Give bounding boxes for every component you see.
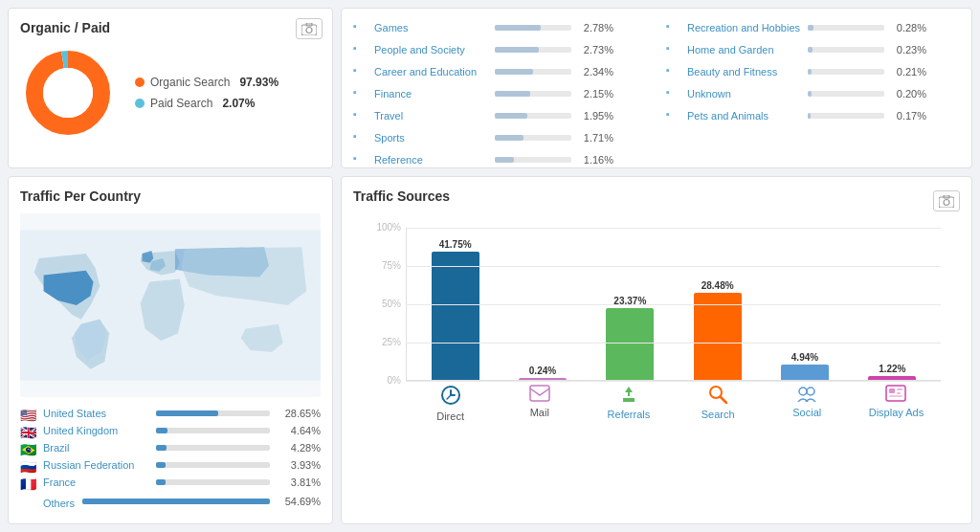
svg-rect-20 bbox=[889, 395, 902, 397]
country-item: 🇫🇷 France 3.81% bbox=[20, 474, 321, 491]
category-name[interactable]: Unknown bbox=[687, 88, 802, 100]
country-value: 4.64% bbox=[278, 425, 321, 436]
country-name[interactable]: Brazil bbox=[43, 442, 148, 454]
category-icon: ▪ bbox=[353, 20, 368, 35]
category-name[interactable]: Sports bbox=[374, 132, 489, 144]
country-bar bbox=[156, 410, 218, 416]
country-value: 28.65% bbox=[278, 408, 321, 419]
bar-group: 4.94% bbox=[761, 227, 848, 380]
bar-value: 41.75% bbox=[439, 239, 472, 250]
country-name[interactable]: United States bbox=[43, 408, 148, 419]
category-name[interactable]: Career and Education bbox=[374, 66, 489, 78]
categories-right: ▪ Recreation and Hobbies 0.28% ▪ Home an… bbox=[666, 16, 960, 168]
category-value: 1.95% bbox=[577, 110, 613, 122]
category-bar-container bbox=[808, 113, 884, 119]
country-bar bbox=[156, 445, 167, 451]
country-name[interactable]: Russian Federation bbox=[43, 459, 148, 471]
category-name[interactable]: Recreation and Hobbies bbox=[687, 22, 802, 33]
country-item: 🇧🇷 Brazil 4.28% bbox=[20, 439, 321, 456]
y-axis-label: 50% bbox=[372, 299, 401, 309]
category-value: 1.71% bbox=[577, 132, 613, 144]
svg-rect-16 bbox=[886, 386, 905, 401]
category-icon: ▪ bbox=[353, 64, 368, 79]
category-name[interactable]: People and Society bbox=[374, 44, 489, 55]
organic-content: Organic Search 97.93% Paid Search 2.07% bbox=[20, 45, 321, 141]
organic-search-legend: Organic Search 97.93% bbox=[135, 76, 278, 89]
category-row: ▪ Career and Education 2.34% bbox=[353, 60, 647, 82]
svg-rect-17 bbox=[889, 388, 895, 393]
others-label: Others bbox=[43, 494, 75, 509]
y-axis-label: 100% bbox=[372, 222, 401, 233]
category-row: ▪ Travel 1.95% bbox=[353, 104, 647, 126]
category-bar bbox=[808, 25, 813, 31]
category-bar-container bbox=[808, 25, 884, 31]
bar-label-group: Search bbox=[674, 385, 763, 422]
category-icon: ▪ bbox=[353, 108, 368, 123]
svg-point-1 bbox=[306, 27, 312, 33]
others-bar-container bbox=[82, 499, 270, 504]
category-name[interactable]: Games bbox=[374, 22, 489, 33]
country-name[interactable]: France bbox=[43, 477, 148, 488]
category-name[interactable]: Home and Garden bbox=[687, 44, 802, 55]
bar-icon bbox=[708, 385, 727, 407]
category-row: ▪ Finance 2.15% bbox=[353, 82, 647, 104]
country-name[interactable]: United Kingdom bbox=[43, 425, 148, 436]
gridline bbox=[406, 304, 941, 305]
bar-rect bbox=[432, 252, 479, 380]
others-item: Others 54.69% bbox=[20, 491, 321, 512]
category-bar bbox=[495, 91, 530, 97]
category-value: 0.17% bbox=[890, 110, 926, 122]
bar-group: 41.75% bbox=[412, 227, 499, 380]
country-bar bbox=[156, 428, 167, 433]
category-value: 0.20% bbox=[890, 88, 926, 100]
country-bar-container bbox=[156, 410, 270, 416]
country-flag: 🇺🇸 bbox=[20, 408, 37, 419]
organic-value: 97.93% bbox=[239, 76, 278, 89]
traffic-sources-card: Traffic Sources 100%75%50%25%0% 41.75% 0… bbox=[341, 176, 972, 524]
bar-rect bbox=[868, 376, 916, 380]
category-name[interactable]: Travel bbox=[374, 110, 489, 122]
category-name[interactable]: Pets and Animals bbox=[687, 110, 802, 122]
country-item: 🇺🇸 United States 28.65% bbox=[20, 405, 321, 422]
category-name[interactable]: Reference bbox=[374, 154, 489, 166]
bar-value: 4.94% bbox=[791, 352, 818, 363]
bar-icon bbox=[529, 385, 550, 405]
svg-point-15 bbox=[807, 388, 814, 395]
category-icon: ▪ bbox=[353, 152, 368, 167]
country-flag: 🇬🇧 bbox=[20, 425, 37, 436]
country-list: 🇺🇸 United States 28.65% 🇬🇧 United Kingdo… bbox=[20, 405, 321, 512]
category-bar-container bbox=[808, 69, 884, 75]
svg-point-8 bbox=[944, 199, 949, 205]
category-name[interactable]: Beauty and Fitness bbox=[687, 66, 802, 78]
others-flag bbox=[20, 496, 37, 507]
category-row: ▪ Reference 1.16% bbox=[353, 148, 647, 168]
bar-label-group: Display Ads bbox=[852, 385, 941, 422]
category-bar bbox=[808, 91, 812, 97]
bar-label-group: Referrals bbox=[584, 385, 673, 422]
category-row: ▪ Games 2.78% bbox=[353, 16, 647, 38]
others-value: 54.69% bbox=[278, 496, 321, 507]
country-bar-container bbox=[156, 479, 270, 485]
category-value: 0.23% bbox=[890, 44, 926, 55]
world-map-container bbox=[20, 213, 321, 397]
category-row: ▪ People and Society 2.73% bbox=[353, 38, 647, 60]
gridline bbox=[406, 266, 941, 267]
gridline bbox=[406, 381, 941, 382]
category-bar-container bbox=[495, 135, 571, 141]
organic-paid-card: Organic / Paid Organic Search 9 bbox=[8, 8, 333, 168]
category-icon: ▪ bbox=[666, 20, 681, 35]
category-row: ▪ Recreation and Hobbies 0.28% bbox=[666, 16, 960, 38]
country-value: 3.93% bbox=[278, 459, 321, 471]
category-bar-container bbox=[808, 91, 884, 97]
category-bar bbox=[495, 47, 539, 53]
paid-value: 2.07% bbox=[222, 97, 255, 110]
category-bar-container bbox=[495, 47, 571, 53]
traffic-country-card: Traffic Per Country bbox=[8, 176, 333, 524]
category-name[interactable]: Finance bbox=[374, 88, 489, 100]
category-row: ▪ Home and Garden 0.23% bbox=[666, 38, 960, 60]
sources-camera-icon[interactable] bbox=[933, 190, 960, 211]
category-row: ▪ Pets and Animals 0.17% bbox=[666, 104, 960, 126]
bar-label: Social bbox=[792, 407, 821, 418]
category-bar bbox=[495, 69, 533, 75]
camera-icon[interactable] bbox=[296, 18, 323, 39]
